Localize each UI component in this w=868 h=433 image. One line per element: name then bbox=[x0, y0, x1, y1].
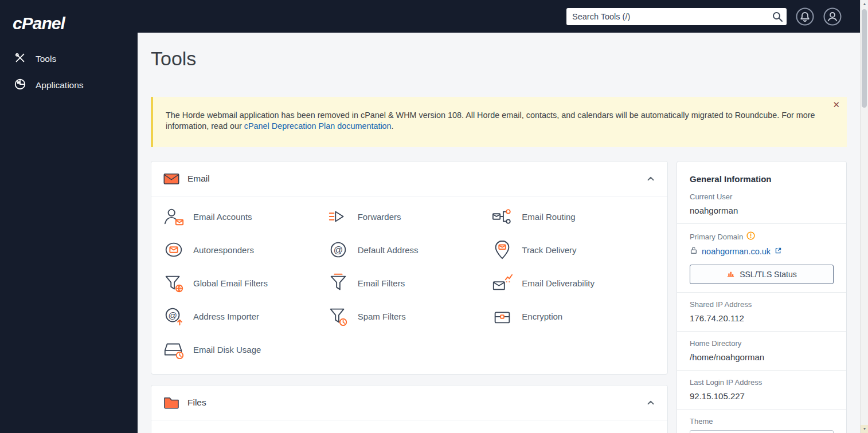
shared-ip-label: Shared IP Address bbox=[690, 300, 834, 309]
search-icon[interactable] bbox=[772, 11, 783, 22]
info-group-shared-ip: Shared IP Address 176.74.20.112 bbox=[677, 292, 846, 331]
info-group-last-login: Last Login IP Address 92.15.105.227 bbox=[677, 370, 846, 409]
info-group-current-user: Current User noahgorman bbox=[677, 185, 846, 223]
email-deliverability-icon bbox=[491, 272, 513, 294]
shared-ip-value: 176.74.20.112 bbox=[690, 313, 834, 323]
tool-link-address-importer[interactable]: @Address Importer bbox=[163, 305, 327, 327]
cpanel-logo[interactable]: cPanel bbox=[0, 0, 138, 46]
primary-domain-link[interactable]: noahgorman.co.uk bbox=[702, 247, 771, 256]
tool-label: Global Email Filters bbox=[193, 278, 268, 288]
default-address-icon: @ bbox=[327, 239, 349, 261]
email-filters-icon bbox=[327, 272, 349, 294]
horde-removal-banner: The Horde webmail application has been r… bbox=[151, 97, 847, 147]
tool-grid: Email AccountsForwardersEmail RoutingAut… bbox=[151, 196, 667, 374]
tool-link-default-address[interactable]: @Default Address bbox=[327, 239, 492, 261]
applications-icon bbox=[14, 78, 26, 93]
sidebar: cPanel Tools Applications bbox=[0, 0, 138, 433]
section-header-files[interactable]: Files bbox=[151, 385, 667, 420]
unlock-icon bbox=[690, 246, 698, 257]
primary-domain-label: Primary Domain bbox=[690, 231, 834, 242]
external-link-icon[interactable] bbox=[775, 246, 782, 257]
theme-label: Theme bbox=[690, 417, 834, 426]
global-email-filters-icon bbox=[163, 272, 185, 294]
sidebar-item-label: Tools bbox=[36, 54, 56, 64]
chevron-up-icon[interactable] bbox=[646, 397, 656, 408]
section-card-files: Files bbox=[151, 385, 668, 433]
tool-link-track-delivery[interactable]: Track Delivery bbox=[491, 239, 656, 261]
notifications-bell-icon[interactable] bbox=[796, 7, 814, 26]
user-account-icon[interactable] bbox=[823, 7, 842, 26]
tool-link-global-email-filters[interactable]: Global Email Filters bbox=[163, 272, 327, 294]
sidebar-item-tools[interactable]: Tools bbox=[0, 46, 138, 72]
banner-text-end: . bbox=[392, 121, 394, 131]
chevron-up-icon[interactable] bbox=[646, 174, 656, 184]
sidebar-item-label: Applications bbox=[36, 80, 84, 90]
main-content: Tools The Horde webmail application has … bbox=[138, 33, 860, 433]
general-information-panel: General Information Current User noahgor… bbox=[677, 161, 847, 433]
sections-column: EmailEmail AccountsForwardersEmail Routi… bbox=[151, 161, 668, 433]
topbar bbox=[138, 0, 860, 33]
email-routing-icon bbox=[491, 206, 513, 227]
current-user-label: Current User bbox=[690, 192, 834, 201]
tool-label: Email Deliverability bbox=[522, 278, 595, 288]
tool-link-autoresponders[interactable]: Autoresponders bbox=[163, 239, 327, 261]
tool-link-forwarders[interactable]: Forwarders bbox=[327, 206, 492, 227]
tool-link-email-filters[interactable]: Email Filters bbox=[327, 272, 492, 294]
section-title: Email bbox=[187, 174, 210, 184]
section-header-email[interactable]: Email bbox=[151, 162, 667, 196]
scroll-down-button[interactable]: ▼ bbox=[861, 425, 868, 433]
tools-icon bbox=[14, 52, 26, 66]
tool-label: Autoresponders bbox=[193, 245, 254, 255]
tool-label: Email Disk Usage bbox=[193, 345, 261, 355]
tool-link-email-deliverability[interactable]: Email Deliverability bbox=[491, 272, 656, 294]
encryption-icon bbox=[491, 305, 513, 327]
files-section-icon bbox=[163, 394, 180, 411]
tool-link-encryption[interactable]: Encryption bbox=[491, 305, 656, 327]
home-directory-label: Home Directory bbox=[690, 339, 834, 348]
page-title: Tools bbox=[151, 48, 847, 70]
deprecation-plan-link[interactable]: cPanel Deprecation Plan documentation bbox=[244, 121, 392, 131]
track-delivery-icon bbox=[491, 239, 513, 261]
theme-select[interactable]: jupiter ▾ bbox=[690, 430, 834, 433]
tool-link-email-accounts[interactable]: Email Accounts bbox=[163, 206, 327, 227]
section-title: Files bbox=[187, 397, 206, 408]
email-disk-usage-icon bbox=[163, 338, 185, 360]
scroll-up-button[interactable]: ▲ bbox=[861, 0, 868, 8]
svg-text:@: @ bbox=[168, 310, 177, 320]
svg-text:@: @ bbox=[333, 245, 342, 255]
content-columns: EmailEmail AccountsForwardersEmail Routi… bbox=[151, 161, 847, 433]
tool-label: Address Importer bbox=[193, 312, 259, 321]
tool-link-email-disk-usage[interactable]: Email Disk Usage bbox=[163, 338, 327, 360]
info-icon[interactable] bbox=[746, 231, 755, 242]
primary-domain-label-text: Primary Domain bbox=[690, 233, 743, 241]
autoresponders-icon bbox=[163, 239, 185, 261]
info-group-home-directory: Home Directory /home/noahgorman bbox=[677, 331, 846, 370]
info-group-theme: Theme jupiter ▾ bbox=[677, 409, 846, 433]
search-wrap bbox=[566, 8, 787, 25]
ssl-tls-status-button[interactable]: SSL/TLS Status bbox=[690, 265, 834, 284]
tool-label: Default Address bbox=[358, 245, 419, 255]
tool-label: Spam Filters bbox=[358, 312, 406, 321]
panel-title: General Information bbox=[677, 162, 846, 185]
tool-link-email-routing[interactable]: Email Routing bbox=[491, 206, 656, 227]
last-login-value: 92.15.105.227 bbox=[690, 391, 834, 401]
bar-chart-icon bbox=[726, 269, 735, 280]
info-group-primary-domain: Primary Domain noahgorman.co.uk bbox=[677, 223, 846, 292]
tool-label: Email Accounts bbox=[193, 212, 252, 222]
sidebar-item-applications[interactable]: Applications bbox=[0, 72, 138, 99]
spam-filters-icon bbox=[327, 305, 349, 327]
tool-label: Encryption bbox=[522, 312, 562, 321]
page-scrollbar[interactable]: ▲ ▼ bbox=[860, 0, 868, 433]
primary-domain-row: noahgorman.co.uk bbox=[690, 246, 834, 257]
search-input[interactable] bbox=[566, 8, 787, 25]
home-directory-value: /home/noahgorman bbox=[690, 352, 834, 362]
last-login-label: Last Login IP Address bbox=[690, 378, 834, 387]
address-importer-icon: @ bbox=[163, 305, 185, 327]
tool-link-spam-filters[interactable]: Spam Filters bbox=[327, 305, 492, 327]
tool-label: Track Delivery bbox=[522, 245, 576, 255]
scrollbar-thumb[interactable] bbox=[862, 9, 867, 108]
tool-label: Email Filters bbox=[358, 278, 405, 288]
close-icon[interactable]: ✕ bbox=[832, 100, 840, 109]
tool-label: Forwarders bbox=[358, 212, 401, 222]
email-section-icon bbox=[163, 170, 180, 187]
